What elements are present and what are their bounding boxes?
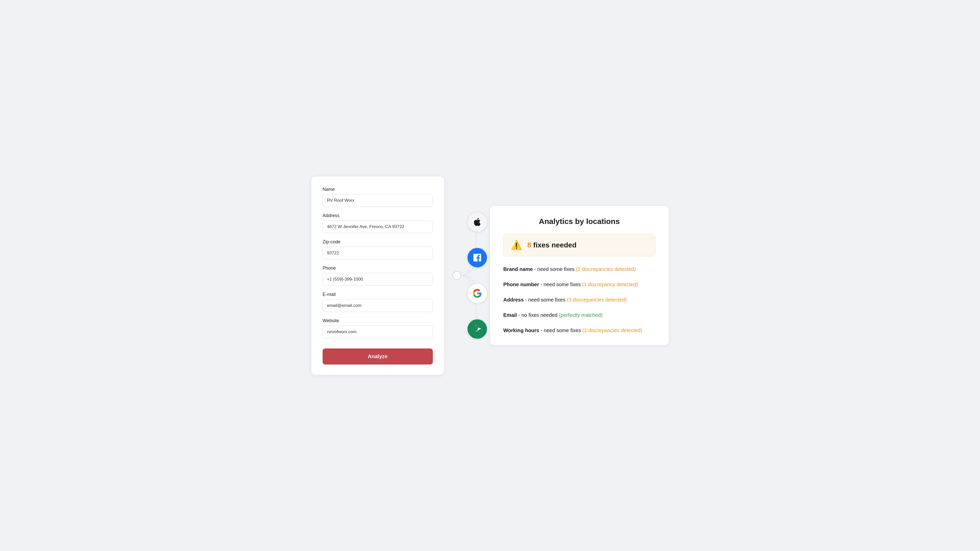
google-icon <box>473 289 482 298</box>
hours-detail: (2 discrepancies detected) <box>582 327 642 333</box>
address-name-label: Address <box>503 297 524 303</box>
zipcode-input[interactable] <box>323 247 433 259</box>
phone-name-label: Phone number <box>503 282 539 287</box>
analytics-item-address: Address - need some fixes (3 discrepanci… <box>503 296 655 303</box>
email-field-group: E-mail <box>323 292 433 312</box>
address-label: Address <box>323 213 433 218</box>
email-input[interactable] <box>323 299 433 312</box>
bing-icon <box>473 324 482 333</box>
apple-icon <box>473 217 482 227</box>
phone-input[interactable] <box>323 273 433 286</box>
email-detail: (perfectly matched) <box>559 312 603 318</box>
analytics-panel: Analytics by locations ⚠️ 8 fixes needed… <box>490 206 669 345</box>
phone-separator: - need some fixes <box>541 282 582 287</box>
bing-icon-wrapper <box>467 319 487 339</box>
fixes-count: 8 <box>527 241 531 249</box>
fixes-banner: ⚠️ 8 fixes needed <box>503 234 655 256</box>
analytics-items: Brand name - need some fixes (2 discrepa… <box>503 265 655 334</box>
form-panel: Name Address Zip-code Phone E-mail Websi… <box>311 176 444 375</box>
analytics-item-brand: Brand name - need some fixes (2 discrepa… <box>503 265 655 273</box>
analytics-item-phone: Phone number - need some fixes (1 discre… <box>503 281 655 288</box>
website-input[interactable] <box>323 326 433 338</box>
analytics-title: Analytics by locations <box>503 217 655 226</box>
analytics-item-hours: Working hours - need some fixes (2 discr… <box>503 327 655 334</box>
facebook-icon <box>472 252 482 263</box>
zipcode-label: Zip-code <box>323 239 433 245</box>
phone-field-group: Phone <box>323 265 433 286</box>
email-label: E-mail <box>323 292 433 297</box>
zipcode-field-group: Zip-code <box>323 239 433 259</box>
analytics-item-email: Email - no fixes needed (perfectly match… <box>503 311 655 319</box>
name-field-group: Name <box>323 187 433 207</box>
analyze-button[interactable]: Analyze <box>323 348 433 365</box>
address-separator: - need some fixes <box>525 297 567 303</box>
hours-separator: - need some fixes <box>541 327 582 333</box>
warning-icon: ⚠️ <box>511 240 522 251</box>
email-name-label: Email <box>503 312 517 318</box>
address-detail: (3 discrepancies detected) <box>567 297 627 303</box>
email-separator: - no fixes needed <box>518 312 559 318</box>
hours-name-label: Working hours <box>503 327 539 333</box>
address-input[interactable] <box>323 221 433 233</box>
main-container: Name Address Zip-code Phone E-mail Websi… <box>311 176 669 375</box>
brand-separator: - need some fixes <box>534 266 576 272</box>
name-input[interactable] <box>323 194 433 207</box>
apple-icon-wrapper <box>467 212 487 232</box>
facebook-icon-wrapper <box>467 248 487 268</box>
brand-detail: (2 discrepancies detected) <box>576 266 636 272</box>
website-label: Website <box>323 318 433 324</box>
google-icon-wrapper <box>467 283 487 303</box>
phone-detail: (1 discrepancy detected) <box>582 282 638 287</box>
website-field-group: Website <box>323 318 433 338</box>
fixes-suffix: needed <box>552 241 576 249</box>
platform-icons-list <box>444 212 490 339</box>
fixes-label: fixes <box>533 241 552 249</box>
phone-label: Phone <box>323 265 433 271</box>
fixes-text: 8 fixes needed <box>527 241 576 249</box>
brand-name-label: Brand name <box>503 266 533 272</box>
name-label: Name <box>323 187 433 192</box>
address-field-group: Address <box>323 213 433 233</box>
connector-section <box>444 206 490 345</box>
